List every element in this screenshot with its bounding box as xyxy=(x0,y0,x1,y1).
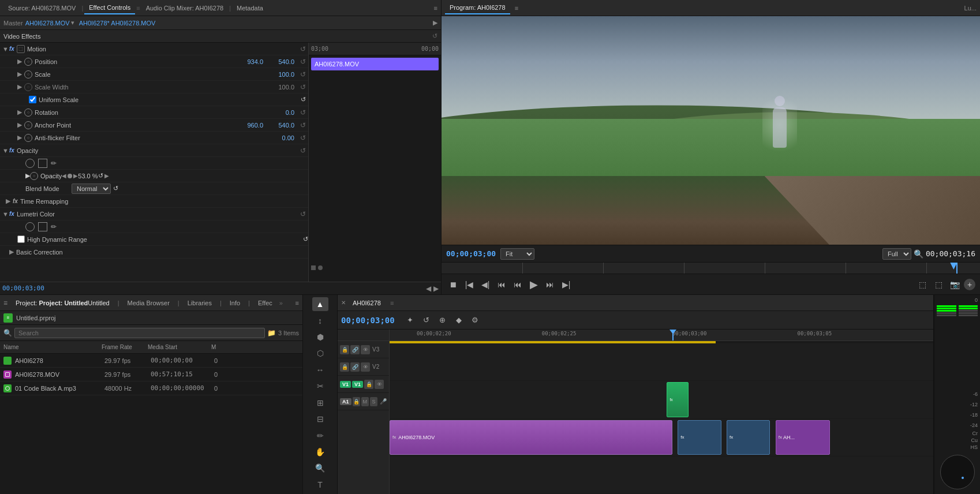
tab-source[interactable]: Source: AH0I6278.MOV xyxy=(3,2,80,14)
transport-step-back[interactable]: ⏹ xyxy=(446,278,460,291)
rotation-toggle[interactable]: ▶ xyxy=(17,108,24,116)
transport-play-in[interactable]: |◀ xyxy=(462,278,476,291)
opacity-nav-prev[interactable]: ◀ xyxy=(62,173,66,179)
scale-width-toggle[interactable]: ▶ xyxy=(17,83,24,91)
anchor-point-reset[interactable]: ↺ xyxy=(297,121,306,129)
opacity-stopwatch[interactable]: ○ xyxy=(30,172,38,180)
opacity-nav-dot[interactable] xyxy=(68,174,72,178)
v2-link-btn[interactable]: 🔗 xyxy=(350,362,360,372)
anti-flicker-toggle[interactable]: ▶ xyxy=(17,134,24,141)
position-x-value[interactable]: 934.0 xyxy=(234,58,263,65)
panel-menu-right[interactable]: ≡ xyxy=(515,5,518,12)
tool-track-select[interactable]: ↕ xyxy=(312,313,328,327)
v3-link-btn[interactable]: 🔗 xyxy=(350,345,360,354)
v2-clip-green[interactable]: fx xyxy=(667,382,689,417)
position-y-value[interactable]: 540.0 xyxy=(265,58,294,65)
project-tab-untitled[interactable]: Project: Project: UntitledUntitled xyxy=(12,298,113,308)
panel-menu-left[interactable]: ≡ xyxy=(434,5,437,12)
tl-btn-star[interactable]: ✦ xyxy=(404,314,417,327)
project-tab-libraries[interactable]: Libraries xyxy=(184,298,215,308)
scale-reset[interactable]: ↺ xyxy=(297,70,306,78)
opacity-rect-btn[interactable] xyxy=(38,159,47,168)
timeline-playhead[interactable] xyxy=(672,330,674,340)
tool-slip[interactable]: ⊞ xyxy=(312,396,328,410)
col-start-header[interactable]: Media Start xyxy=(148,344,211,350)
program-menu-extra[interactable]: Lu... xyxy=(964,5,977,12)
motion-reset[interactable]: ↺ xyxy=(297,45,306,53)
anti-flicker-reset[interactable]: ↺ xyxy=(297,134,306,142)
tool-ripple-edit[interactable]: ⬢ xyxy=(312,330,328,344)
transport-step-back2[interactable]: ◀| xyxy=(478,278,492,291)
a1-m-btn[interactable]: M xyxy=(361,397,369,406)
v3-eye-btn[interactable]: 👁 xyxy=(361,345,370,354)
file-item-2[interactable]: 01 Code Black A.mp3 48000 Hz 00;00;00;00… xyxy=(0,381,302,395)
v1-track-btn[interactable]: V1 xyxy=(352,381,363,388)
scale-toggle[interactable]: ▶ xyxy=(17,70,24,78)
scale-stopwatch[interactable]: ○ xyxy=(24,70,32,78)
scale-width-reset[interactable]: ↺ xyxy=(297,83,306,91)
tool-hand[interactable]: ✋ xyxy=(312,445,328,459)
opacity-pen-btn[interactable]: ✏ xyxy=(51,159,57,167)
a1-lock-btn[interactable]: 🔒 xyxy=(353,397,360,406)
playhead-ruler[interactable] xyxy=(442,262,980,274)
lumetri-toggle[interactable]: ▼ xyxy=(2,211,9,218)
opacity-value-reset[interactable]: ↺ xyxy=(98,172,103,179)
tool-slide[interactable]: ⊟ xyxy=(312,412,328,426)
anchor-point-stopwatch[interactable]: ○ xyxy=(24,121,32,129)
monitor-fit-select[interactable]: Fit 25% 50% 75% 100% xyxy=(500,248,534,260)
motion-toggle[interactable]: ▼ xyxy=(2,46,9,53)
transport-step-fwd[interactable]: ⏭ xyxy=(543,278,557,291)
folder-button[interactable]: 📁 xyxy=(267,329,276,337)
transport-step-back3[interactable]: ⏮ xyxy=(511,278,525,291)
timeline-tab-menu[interactable]: ≡ xyxy=(390,300,394,306)
ec-scroll-next[interactable]: ▶ xyxy=(433,285,439,293)
v2-lock-btn[interactable]: 🔒 xyxy=(340,362,349,372)
rotation-stopwatch[interactable]: ○ xyxy=(24,108,32,117)
tl-btn-undo[interactable]: ↺ xyxy=(420,314,433,327)
tab-program[interactable]: Program: AH0I6278 xyxy=(445,2,510,14)
a1-s-btn[interactable]: S xyxy=(370,397,377,406)
monitor-timecode-current[interactable]: 00;00;03;00 xyxy=(446,249,496,258)
master-dropdown[interactable]: ▾ xyxy=(71,19,74,27)
blend-mode-select[interactable]: Normal Multiply Screen Overlay xyxy=(72,184,111,194)
timeline-tab-ah[interactable]: AH0I6278 xyxy=(348,298,386,308)
tl-btn-marker[interactable]: ◆ xyxy=(452,314,465,327)
tool-razor[interactable]: ✂ xyxy=(312,379,328,393)
seq-label[interactable]: AH0I6278 xyxy=(79,20,107,27)
master-clip[interactable]: AH0I6278.MOV xyxy=(25,20,70,27)
hdr-checkbox[interactable] xyxy=(17,235,25,243)
hdr-reset[interactable]: ↺ xyxy=(303,235,308,243)
timeline-close-x[interactable]: ✕ xyxy=(341,300,346,306)
opacity-nav-next[interactable]: ▶ xyxy=(73,173,78,179)
time-remapping-toggle[interactable]: ▶ xyxy=(6,197,13,205)
v3-lock-btn[interactable]: 🔒 xyxy=(340,345,349,354)
go-to-clip-btn[interactable]: ▶ xyxy=(433,19,437,27)
scale-value[interactable]: 100.0 xyxy=(265,71,294,78)
col-m-header[interactable]: M xyxy=(211,344,223,350)
anchor-point-toggle[interactable]: ▶ xyxy=(17,121,24,129)
ec-scroll-left[interactable] xyxy=(311,265,316,270)
anti-flicker-stopwatch[interactable]: ○ xyxy=(24,134,32,142)
lumetri-ellipse-btn[interactable] xyxy=(25,222,35,231)
col-name-header[interactable]: Name xyxy=(3,344,102,350)
transport-insert[interactable]: ⬚ xyxy=(915,278,929,291)
opacity-expand[interactable]: ▶ xyxy=(104,173,109,179)
ec-scroll-prev[interactable]: ◀ xyxy=(426,285,431,293)
lumetri-reset[interactable]: ↺ xyxy=(297,210,306,218)
transport-rewind[interactable]: ⏮ xyxy=(495,278,508,291)
anti-flicker-value[interactable]: 0.00 xyxy=(265,134,294,141)
monitor-full-select[interactable]: Full Half xyxy=(882,248,911,260)
tool-zoom[interactable]: 🔍 xyxy=(312,461,328,475)
position-stopwatch[interactable]: ○ xyxy=(24,58,32,66)
v1-fx-clip-1[interactable]: fx xyxy=(678,420,721,455)
uniform-scale-checkbox[interactable] xyxy=(29,96,36,103)
video-effects-reset[interactable]: ↺ xyxy=(432,32,437,40)
monitor-zoom-icon[interactable]: 🔍 xyxy=(914,249,923,259)
v1-clip-2[interactable]: fx AH... xyxy=(776,420,830,455)
ec-clip-bar[interactable]: AH0I6278.MOV xyxy=(311,58,439,70)
a1-mic[interactable]: 🎤 xyxy=(380,398,387,405)
project-tab-media[interactable]: Media Browser xyxy=(124,298,173,308)
anchor-point-x[interactable]: 960.0 xyxy=(234,122,263,129)
transport-export[interactable]: 📷 xyxy=(948,278,962,291)
tl-btn-magnetic[interactable]: ⊕ xyxy=(436,314,449,327)
